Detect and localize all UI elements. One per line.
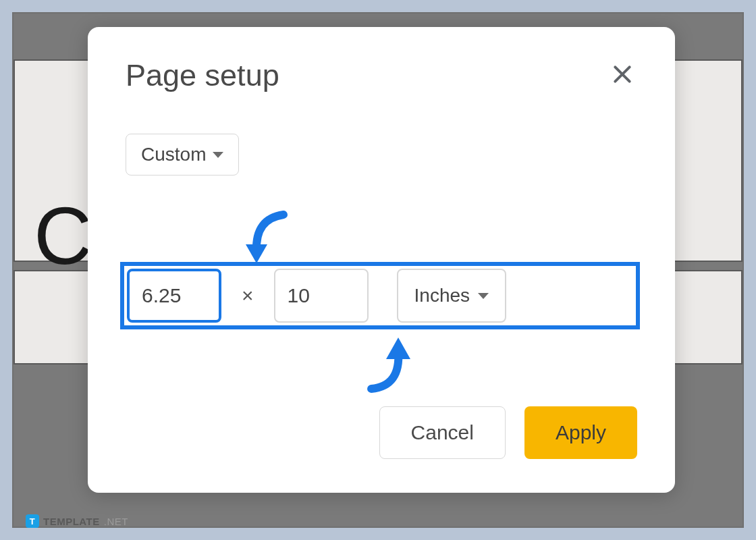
width-value: 6.25	[142, 284, 181, 307]
svg-marker-2	[246, 244, 267, 263]
watermark-tld: .NET	[104, 516, 128, 527]
cancel-button[interactable]: Cancel	[379, 406, 506, 459]
dialog-header: Page setup	[126, 58, 637, 93]
dialog-button-row: Cancel Apply	[379, 406, 637, 459]
close-icon	[612, 63, 633, 85]
watermark: T TEMPLATE.NET	[26, 514, 128, 528]
height-value: 10	[288, 284, 310, 307]
chevron-down-icon	[478, 293, 489, 299]
apply-button-label: Apply	[556, 421, 606, 444]
watermark-badge-icon: T	[26, 514, 39, 528]
unit-select[interactable]: Inches	[397, 269, 507, 323]
width-input[interactable]: 6.25	[127, 269, 221, 323]
close-button[interactable]	[608, 59, 637, 89]
cancel-button-label: Cancel	[411, 421, 474, 444]
svg-marker-3	[386, 338, 410, 359]
page-setup-dialog: Page setup Custom 6.25 × 10 Inches	[88, 27, 675, 493]
size-preset-select[interactable]: Custom	[126, 134, 239, 176]
annotation-arrow-1	[243, 211, 290, 274]
dialog-title: Page setup	[126, 58, 279, 93]
height-input[interactable]: 10	[274, 269, 369, 323]
watermark-brand: TEMPLATE	[43, 516, 100, 527]
background-large-letter: C	[34, 189, 92, 282]
dimensions-row: 6.25 × 10 Inches	[127, 269, 506, 323]
dimension-separator: ×	[239, 284, 256, 307]
unit-label: Inches	[414, 285, 470, 306]
apply-button[interactable]: Apply	[524, 406, 637, 459]
annotation-arrow-2	[364, 331, 425, 401]
size-preset-label: Custom	[141, 144, 206, 165]
chevron-down-icon	[213, 152, 223, 158]
